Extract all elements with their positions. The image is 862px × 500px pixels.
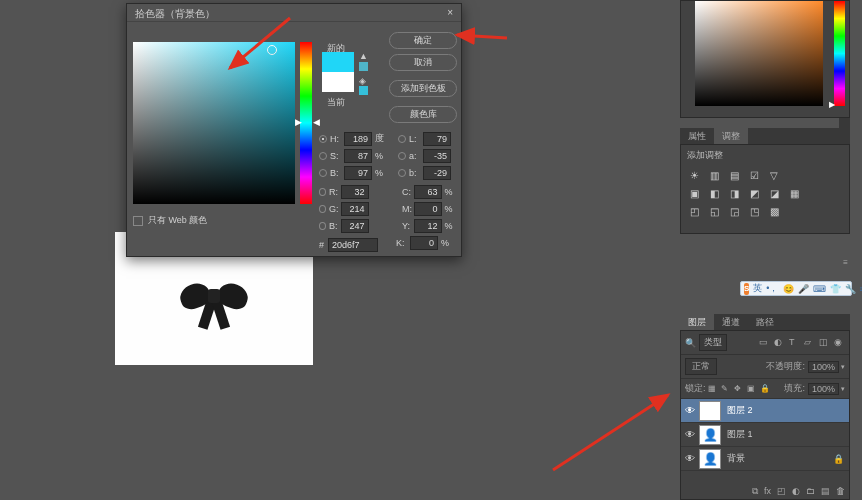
color-field[interactable]	[133, 42, 295, 204]
dialog-titlebar[interactable]: 拾色器（背景色） ×	[127, 4, 461, 22]
s-input[interactable]	[344, 149, 372, 163]
hex-input[interactable]	[328, 238, 378, 252]
adjustment-layer-icon[interactable]: ◐	[792, 486, 800, 497]
layer-row[interactable]: 👁 👤 背景 🔒	[681, 447, 849, 471]
layer-thumbnail[interactable]	[699, 401, 721, 421]
bb-radio[interactable]	[319, 222, 326, 230]
channel-mixer-icon[interactable]: ◪	[767, 187, 781, 199]
invert-icon[interactable]: ◰	[687, 205, 701, 217]
lock-position-icon[interactable]: ✥	[734, 384, 744, 394]
color-panel-hue[interactable]	[834, 1, 845, 106]
lock-transparency-icon[interactable]: ▦	[708, 384, 718, 394]
blend-mode-dropdown[interactable]: 正常	[685, 358, 717, 375]
ime-toolbar[interactable]: S 英 •， 😊 🎤 ⌨ 👕 🔧 ≡	[740, 281, 852, 296]
layer-name[interactable]: 背景	[727, 452, 833, 465]
tab-paths[interactable]: 路径	[748, 314, 782, 330]
photo-filter-icon[interactable]: ◩	[747, 187, 761, 199]
threshold-icon[interactable]: ◲	[727, 205, 741, 217]
color-field-cursor[interactable]	[267, 45, 277, 55]
lock-artboard-icon[interactable]: ▣	[747, 384, 757, 394]
gamut-closest-swatch[interactable]	[359, 62, 368, 71]
filter-toggle-icon[interactable]: ◉	[834, 337, 845, 348]
fill-value[interactable]: 100%	[808, 383, 839, 395]
a-input[interactable]	[423, 149, 451, 163]
add-to-swatches-button[interactable]: 添加到色板	[389, 80, 457, 97]
color-libraries-button[interactable]: 颜色库	[389, 106, 457, 123]
layer-row[interactable]: 👁 👤 图层 1	[681, 423, 849, 447]
filter-kind-dropdown[interactable]: 类型	[699, 334, 727, 351]
y-input[interactable]	[414, 219, 442, 233]
ime-punct-icon[interactable]: •，	[766, 282, 778, 295]
fill-chevron-icon[interactable]: ▾	[841, 385, 845, 393]
color-balance-icon[interactable]: ◧	[707, 187, 721, 199]
layer-name[interactable]: 图层 2	[727, 404, 849, 417]
lock-icon[interactable]: 🔒	[833, 454, 849, 464]
r-radio[interactable]	[319, 188, 326, 196]
l-input[interactable]	[423, 132, 451, 146]
tab-adjustments[interactable]: 调整	[714, 128, 748, 144]
levels-icon[interactable]: ▥	[707, 169, 721, 181]
hue-sat-icon[interactable]: ▣	[687, 187, 701, 199]
web-colors-checkbox-row[interactable]: 只有 Web 颜色	[133, 214, 207, 227]
ime-skin-icon[interactable]: 👕	[830, 284, 841, 294]
m-input[interactable]	[414, 202, 442, 216]
b-input[interactable]	[344, 166, 372, 180]
ime-emoji-icon[interactable]: 😊	[783, 284, 794, 294]
filter-smart-icon[interactable]: ◫	[819, 337, 830, 348]
layer-name[interactable]: 图层 1	[727, 428, 849, 441]
websafe-warning-icon[interactable]: ◈	[359, 76, 366, 86]
posterize-icon[interactable]: ◱	[707, 205, 721, 217]
opacity-value[interactable]: 100%	[808, 361, 839, 373]
ime-tool-icon[interactable]: 🔧	[845, 284, 856, 294]
group-icon[interactable]: 🗀	[806, 486, 815, 497]
panel-menu-icon[interactable]: ≡	[843, 258, 848, 267]
search-icon[interactable]: 🔍	[685, 338, 695, 348]
h-radio[interactable]	[319, 135, 327, 143]
gamut-warning-icon[interactable]: ▲	[359, 51, 368, 61]
layer-mask-icon[interactable]: ◰	[777, 486, 786, 497]
opacity-chevron-icon[interactable]: ▾	[841, 363, 845, 371]
visibility-icon[interactable]: 👁	[681, 405, 699, 416]
current-color-swatch[interactable]	[322, 72, 354, 92]
tab-channels[interactable]: 通道	[714, 314, 748, 330]
l-radio[interactable]	[398, 135, 406, 143]
cancel-button[interactable]: 取消	[389, 54, 457, 71]
ime-mic-icon[interactable]: 🎤	[798, 284, 809, 294]
visibility-icon[interactable]: 👁	[681, 429, 699, 440]
ok-button[interactable]: 确定	[389, 32, 457, 49]
lock-all-icon[interactable]: 🔒	[760, 384, 770, 394]
r-input[interactable]	[341, 185, 369, 199]
web-colors-checkbox[interactable]	[133, 216, 143, 226]
k-input[interactable]	[410, 236, 438, 250]
layer-thumbnail[interactable]: 👤	[699, 449, 721, 469]
bb-input[interactable]	[341, 219, 369, 233]
link-layers-icon[interactable]: ⧉	[752, 486, 758, 497]
b2-radio[interactable]	[398, 169, 406, 177]
a-radio[interactable]	[398, 152, 406, 160]
tab-properties[interactable]: 属性	[680, 128, 714, 144]
h-input[interactable]	[344, 132, 372, 146]
delete-layer-icon[interactable]: 🗑	[836, 486, 845, 497]
color-panel-field[interactable]	[695, 1, 823, 106]
new-layer-icon[interactable]: ▤	[821, 486, 830, 497]
exposure-icon[interactable]: ☑	[747, 169, 761, 181]
visibility-icon[interactable]: 👁	[681, 453, 699, 464]
layer-row[interactable]: 👁 图层 2	[681, 399, 849, 423]
selective-color-icon[interactable]: ▩	[767, 205, 781, 217]
brightness-contrast-icon[interactable]: ☀	[687, 169, 701, 181]
tab-layers[interactable]: 图层	[680, 314, 714, 330]
bw-icon[interactable]: ◨	[727, 187, 741, 199]
ime-logo-icon[interactable]: S	[744, 283, 749, 295]
b2-input[interactable]	[423, 166, 451, 180]
b-radio[interactable]	[319, 169, 327, 177]
filter-adjust-icon[interactable]: ◐	[774, 337, 785, 348]
filter-type-icon[interactable]: T	[789, 337, 800, 348]
vibrance-icon[interactable]: ▽	[767, 169, 781, 181]
layer-thumbnail[interactable]: 👤	[699, 425, 721, 445]
layer-style-icon[interactable]: fx	[764, 486, 771, 497]
s-radio[interactable]	[319, 152, 327, 160]
lock-pixels-icon[interactable]: ✎	[721, 384, 731, 394]
filter-shape-icon[interactable]: ▱	[804, 337, 815, 348]
close-icon[interactable]: ×	[447, 7, 453, 18]
ime-mode[interactable]: 英	[753, 282, 762, 295]
